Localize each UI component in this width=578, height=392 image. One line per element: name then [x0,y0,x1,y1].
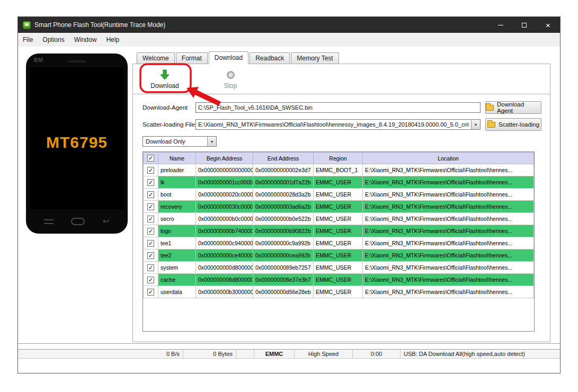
menu-window[interactable]: Window [69,33,102,47]
minimize-button[interactable] [488,17,512,33]
cell-end[interactable]: 0x00000000028d3a2b [253,189,314,201]
tab-download[interactable]: Download [209,51,248,64]
table-row[interactable]: ✓tee10x000000000c9400000x000000000c9a992… [144,237,534,250]
cell-location[interactable]: E:\Xiaomi_RN3_MTK\Firmwares\Official\Fla… [363,286,534,298]
cell-name[interactable]: userdata [158,286,196,298]
cell-region[interactable]: EMMC_USER [314,189,363,201]
download-agent-input[interactable] [195,102,481,113]
cell-end[interactable]: 0x000000000002e3d7 [253,164,314,176]
row-check-cell[interactable]: ✓ [144,286,158,298]
tab-memory-test[interactable]: Memory Test [291,52,339,64]
table-row[interactable]: ✓userdata0x00000000b30000000x00000000d56… [144,286,534,298]
tab-readback[interactable]: Readback [250,52,290,64]
cell-region[interactable]: EMMC_USER [314,250,363,262]
tab-format[interactable]: Format [176,52,208,64]
menu-options[interactable]: Options [38,33,69,47]
cell-begin[interactable]: 0x000000000b740000 [196,225,253,237]
table-row[interactable]: ✓preloader0x00000000000000000x0000000000… [144,164,534,176]
cell-location[interactable]: E:\Xiaomi_RN3_MTK\Firmwares\Official\Fla… [363,250,534,262]
cell-location[interactable]: E:\Xiaomi_RN3_MTK\Firmwares\Official\Fla… [363,213,534,225]
cell-region[interactable]: EMMC_USER [314,213,363,225]
row-checkbox[interactable]: ✓ [147,167,154,174]
cell-location[interactable]: E:\Xiaomi_RN3_MTK\Firmwares\Official\Fla… [363,225,534,237]
scatter-dropdown-arrow-icon[interactable]: ▼ [471,120,480,129]
row-check-cell[interactable]: ✓ [144,237,158,250]
row-check-cell[interactable]: ✓ [144,213,158,225]
cell-begin[interactable]: 0x000000000ce40000 [196,250,253,262]
cell-end[interactable]: 0x0000000089eb7257 [253,262,314,274]
cell-name[interactable]: cache [158,274,196,286]
table-row[interactable]: ✓system0x000000000d8000000x0000000089eb7… [144,262,534,274]
row-checkbox[interactable]: ✓ [147,203,154,210]
cell-end[interactable]: 0x0000000001d7a22b [253,176,314,189]
row-checkbox[interactable]: ✓ [147,191,154,198]
cell-location[interactable]: E:\Xiaomi_RN3_MTK\Firmwares\Official\Fla… [363,189,534,201]
cell-name[interactable]: preloader [158,164,196,176]
cell-region[interactable]: EMMC_USER [314,225,363,237]
select-all-checkbox[interactable]: ✓ [147,155,154,162]
row-check-cell[interactable]: ✓ [144,225,158,237]
row-check-cell[interactable]: ✓ [144,274,158,286]
row-check-cell[interactable]: ✓ [144,164,158,176]
menu-file[interactable]: File [18,33,38,47]
table-row[interactable]: ✓secro0x000000000b0c00000x000000000b0e52… [144,213,534,225]
scatter-loading-button[interactable]: Scatter-loading [485,118,541,131]
cell-name[interactable]: lk [158,176,196,189]
cell-name[interactable]: logo [158,225,196,237]
cell-location[interactable]: E:\Xiaomi_RN3_MTK\Firmwares\Official\Fla… [363,201,534,213]
row-check-cell[interactable]: ✓ [144,201,158,213]
cell-begin[interactable]: 0x00000000030c0000 [196,201,253,213]
row-checkbox[interactable]: ✓ [147,216,154,222]
table-row[interactable]: ✓logo0x000000000b7400000x000000000b90822… [144,225,534,237]
cell-end[interactable]: 0x000000000b0e522b [253,213,314,225]
row-check-cell[interactable]: ✓ [144,176,158,189]
table-row[interactable]: ✓cache0x000000008d8000000x000000008e37e3… [144,274,534,286]
table-row[interactable]: ✓recovery0x00000000030c00000x0000000003a… [144,201,534,213]
row-checkbox[interactable]: ✓ [147,264,154,271]
cell-name[interactable]: boot [158,189,196,201]
row-check-cell[interactable]: ✓ [144,250,158,262]
table-row[interactable]: ✓lk0x0000000001cc00000x0000000001d7a22bE… [144,176,534,189]
maximize-button[interactable] [512,17,536,33]
cell-begin[interactable]: 0x00000000b3000000 [196,286,253,298]
cell-region[interactable]: EMMC_USER [314,286,363,298]
row-checkbox[interactable]: ✓ [147,240,154,247]
cell-region[interactable]: EMMC_USER [314,176,363,189]
cell-region[interactable]: EMMC_USER [314,237,363,250]
cell-end[interactable]: 0x000000008e37e3b7 [253,274,314,286]
download-button[interactable]: Download [141,67,188,91]
row-checkbox[interactable]: ✓ [147,228,154,235]
cell-end[interactable]: 0x000000000c9a992b [253,237,314,250]
cell-name[interactable]: recovery [158,201,196,213]
cell-location[interactable]: E:\Xiaomi_RN3_MTK\Firmwares\Official\Fla… [363,164,534,176]
row-checkbox[interactable]: ✓ [147,289,154,296]
cell-location[interactable]: E:\Xiaomi_RN3_MTK\Firmwares\Official\Fla… [363,274,534,286]
cell-region[interactable]: EMMC_USER [314,274,363,286]
cell-begin[interactable]: 0x0000000000000000 [196,164,253,176]
cell-end[interactable]: 0x00000000d56e28eb [253,286,314,298]
table-row[interactable]: ✓tee20x000000000ce400000x000000000cea992… [144,250,534,262]
stop-button[interactable]: Stop [207,67,254,91]
cell-region[interactable]: EMMC_BOOT_1 [314,164,363,176]
cell-begin[interactable]: 0x00000000020c0000 [196,189,253,201]
cell-name[interactable]: secro [158,213,196,225]
cell-end[interactable]: 0x000000000b90822b [253,225,314,237]
title-bar[interactable]: Smart Phone Flash Tool(Runtime Trace Mod… [18,17,560,33]
scatter-file-input[interactable] [196,120,471,129]
row-checkbox[interactable]: ✓ [147,252,154,259]
cell-end[interactable]: 0x000000000cea992b [253,250,314,262]
close-button[interactable]: × [536,17,560,33]
cell-begin[interactable]: 0x0000000001cc0000 [196,176,253,189]
cell-begin[interactable]: 0x000000008d800000 [196,274,253,286]
cell-region[interactable]: EMMC_USER [314,201,363,213]
cell-name[interactable]: tee2 [158,250,196,262]
mode-dropdown-arrow-icon[interactable]: ▼ [207,137,216,146]
row-check-cell[interactable]: ✓ [144,189,158,201]
table-row[interactable]: ✓boot0x00000000020c00000x00000000028d3a2… [144,189,534,201]
row-checkbox[interactable]: ✓ [147,179,154,186]
cell-location[interactable]: E:\Xiaomi_RN3_MTK\Firmwares\Official\Fla… [363,262,534,274]
row-check-cell[interactable]: ✓ [144,262,158,274]
cell-begin[interactable]: 0x000000000c940000 [196,237,253,250]
download-agent-button[interactable]: Download Agent [485,101,541,114]
cell-location[interactable]: E:\Xiaomi_RN3_MTK\Firmwares\Official\Fla… [363,176,534,189]
